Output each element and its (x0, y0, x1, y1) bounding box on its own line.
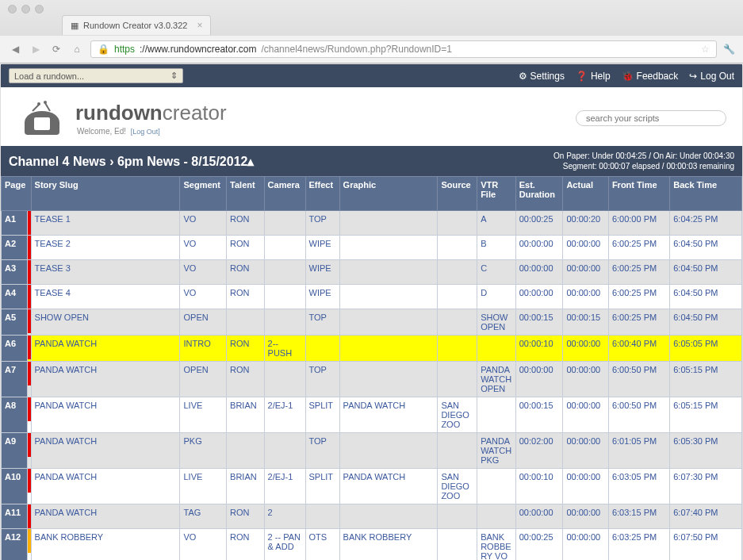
cell-segment[interactable]: OPEN (180, 309, 227, 336)
cell-page[interactable]: A9 (2, 433, 28, 469)
cell-camera[interactable] (264, 260, 305, 285)
cell-camera[interactable] (264, 236, 305, 260)
cell-back[interactable]: 6:05:15 PM (670, 362, 742, 397)
cell-effect[interactable]: OTS (305, 529, 339, 561)
cell-talent[interactable] (227, 309, 265, 336)
cell-camera[interactable]: 2 (264, 504, 305, 529)
cell-back[interactable]: 6:05:05 PM (670, 336, 742, 362)
col-header[interactable]: Front Time (608, 177, 669, 211)
cell-vtr[interactable]: BANK ROBBERY VO (477, 529, 516, 561)
cell-camera[interactable]: 2--PUSH (264, 336, 305, 362)
cell-actual[interactable]: 00:00:00 (563, 504, 608, 529)
col-header[interactable]: Story Slug (31, 177, 180, 211)
cell-back[interactable]: 6:04:50 PM (670, 236, 742, 260)
cell-segment[interactable]: VO (180, 260, 227, 285)
table-row[interactable]: A5SHOW OPENOPENTOPSHOW OPEN00:00:1500:00… (2, 309, 742, 336)
cell-source[interactable] (438, 504, 477, 529)
cell-actual[interactable]: 00:00:00 (563, 433, 608, 469)
cell-actual[interactable]: 00:00:00 (563, 236, 608, 260)
cell-slug[interactable]: PANDA WATCH (31, 504, 180, 529)
cell-est[interactable]: 00:00:00 (515, 236, 563, 260)
col-header[interactable]: Graphic (339, 177, 438, 211)
cell-est[interactable]: 00:00:10 (515, 336, 563, 362)
cell-page[interactable]: A7 (2, 362, 28, 397)
col-header[interactable]: Segment (180, 177, 227, 211)
table-row[interactable]: A8PANDA WATCHLIVEBRIAN2/EJ-1SPLITPANDA W… (2, 397, 742, 433)
reload-button[interactable]: ⟳ (49, 42, 63, 56)
cell-page[interactable]: A10 (2, 469, 28, 504)
cell-graphic[interactable] (339, 211, 438, 236)
cell-front[interactable]: 6:00:25 PM (608, 285, 669, 309)
cell-vtr[interactable] (477, 336, 516, 362)
cell-vtr[interactable] (477, 469, 516, 504)
table-row[interactable]: A9PANDA WATCHPKGTOPPANDA WATCH PKG00:02:… (2, 433, 742, 469)
cell-page[interactable]: A5 (2, 309, 28, 336)
cell-page[interactable]: A2 (2, 236, 28, 260)
col-header[interactable]: Source (438, 177, 477, 211)
cell-actual[interactable]: 00:00:00 (563, 285, 608, 309)
cell-est[interactable]: 00:00:10 (515, 469, 563, 504)
cell-front[interactable]: 6:00:40 PM (608, 336, 669, 362)
cell-page[interactable]: A3 (2, 260, 28, 285)
cell-slug[interactable]: BANK ROBBERY (31, 529, 180, 561)
load-rundown-select[interactable]: Load a rundown... ⇕ (9, 68, 183, 83)
cell-graphic[interactable] (339, 504, 438, 529)
cell-segment[interactable]: OPEN (180, 362, 227, 397)
rundown-title[interactable]: Channel 4 News › 6pm News - 8/15/2012▴ (9, 154, 254, 169)
col-header[interactable]: Camera (264, 177, 305, 211)
cell-source[interactable] (438, 362, 477, 397)
cell-est[interactable]: 00:00:15 (515, 397, 563, 433)
table-row[interactable]: A4TEASE 4VORONWIPED00:00:0000:00:006:00:… (2, 285, 742, 309)
cell-camera[interactable] (264, 433, 305, 469)
cell-camera[interactable] (264, 211, 305, 236)
cell-page[interactable]: A8 (2, 397, 28, 433)
cell-est[interactable]: 00:00:25 (515, 211, 563, 236)
table-row[interactable]: A10PANDA WATCHLIVEBRIAN2/EJ-1SPLITPANDA … (2, 469, 742, 504)
cell-effect[interactable]: TOP (305, 211, 339, 236)
cell-segment[interactable]: VO (180, 211, 227, 236)
table-row[interactable]: A6PANDA WATCHINTRORON2--PUSH00:00:1000:0… (2, 336, 742, 362)
cell-source[interactable] (438, 309, 477, 336)
wrench-icon[interactable]: 🔧 (723, 44, 735, 55)
cell-source[interactable] (438, 433, 477, 469)
cell-back[interactable]: 6:04:50 PM (670, 309, 742, 336)
cell-slug[interactable]: PANDA WATCH (31, 469, 180, 504)
cell-effect[interactable] (305, 504, 339, 529)
url-bar[interactable]: 🔒 https://www.rundowncreator.com/channel… (90, 40, 717, 58)
cell-front[interactable]: 6:03:05 PM (608, 469, 669, 504)
cell-segment[interactable]: TAG (180, 504, 227, 529)
cell-slug[interactable]: TEASE 4 (31, 285, 180, 309)
cell-page[interactable]: A1 (2, 211, 28, 236)
cell-segment[interactable]: VO (180, 529, 227, 561)
cell-camera[interactable] (264, 309, 305, 336)
feedback-link[interactable]: 🐞Feedback (622, 71, 679, 82)
cell-front[interactable]: 6:03:25 PM (608, 529, 669, 561)
cell-front[interactable]: 6:03:15 PM (608, 504, 669, 529)
cell-front[interactable]: 6:00:50 PM (608, 362, 669, 397)
cell-back[interactable]: 6:04:50 PM (670, 285, 742, 309)
cell-slug[interactable]: TEASE 2 (31, 236, 180, 260)
cell-page[interactable]: A11 (2, 504, 28, 529)
cell-source[interactable] (438, 285, 477, 309)
cell-talent[interactable] (227, 433, 265, 469)
table-row[interactable]: A12BANK ROBBERYVORON2 -- PAN & ADDOTSBAN… (2, 529, 742, 561)
cell-graphic[interactable] (339, 309, 438, 336)
cell-slug[interactable]: PANDA WATCH (31, 433, 180, 469)
cell-source[interactable] (438, 529, 477, 561)
cell-vtr[interactable]: PANDA WATCH PKG (477, 433, 516, 469)
cell-talent[interactable]: BRIAN (227, 397, 265, 433)
cell-source[interactable] (438, 211, 477, 236)
cell-talent[interactable]: RON (227, 211, 265, 236)
cell-front[interactable]: 6:01:05 PM (608, 433, 669, 469)
cell-page[interactable]: A4 (2, 285, 28, 309)
cell-talent[interactable]: RON (227, 362, 265, 397)
cell-talent[interactable]: RON (227, 285, 265, 309)
cell-est[interactable]: 00:00:00 (515, 362, 563, 397)
cell-graphic[interactable] (339, 285, 438, 309)
cell-front[interactable]: 6:00:50 PM (608, 397, 669, 433)
col-header[interactable]: Effect (305, 177, 339, 211)
cell-back[interactable]: 6:05:15 PM (670, 397, 742, 433)
cell-actual[interactable]: 00:00:00 (563, 336, 608, 362)
cell-graphic[interactable] (339, 336, 438, 362)
settings-link[interactable]: ⚙Settings (519, 71, 565, 82)
